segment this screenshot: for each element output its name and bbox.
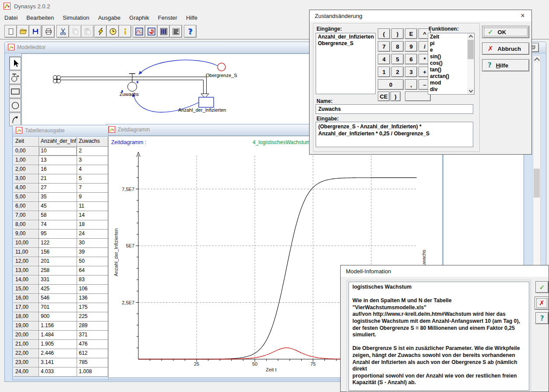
row-header-cell[interactable]: 13,00 bbox=[14, 266, 39, 275]
table-cell[interactable]: 13 bbox=[39, 156, 77, 165]
modellinfo-titlebar[interactable]: Modell-Infomation bbox=[341, 265, 549, 277]
calc-key-CE[interactable]: CE bbox=[378, 92, 390, 101]
table-cell[interactable]: 900 bbox=[39, 312, 77, 321]
table-cell[interactable]: 39 bbox=[77, 248, 108, 257]
table-cell[interactable]: 201 bbox=[39, 257, 77, 266]
tabelle-titlebar[interactable]: Tabellenausgabe bbox=[13, 125, 108, 137]
table-cell[interactable]: 122 bbox=[39, 239, 77, 248]
calc-key-4[interactable]: 4 bbox=[378, 54, 390, 64]
tool-flow-valve[interactable] bbox=[9, 71, 21, 84]
table-cell[interactable]: 21 bbox=[39, 174, 77, 184]
table-cell[interactable]: 1.905 bbox=[39, 340, 77, 349]
table-cell[interactable]: 4 bbox=[77, 165, 108, 174]
row-header-cell[interactable]: 8,00 bbox=[14, 220, 39, 230]
row-header-cell[interactable]: 21,00 bbox=[14, 340, 39, 349]
table-cell[interactable]: 27 bbox=[39, 184, 77, 193]
calc-key-E[interactable]: E bbox=[405, 28, 417, 39]
eingaenge-item[interactable]: Anzahl_der_Infizierten bbox=[316, 33, 375, 40]
scroll-thumb[interactable] bbox=[534, 169, 540, 198]
table-cell[interactable]: 24 bbox=[77, 230, 108, 239]
new-file-button[interactable] bbox=[4, 25, 17, 38]
calc-key-blank[interactable] bbox=[405, 92, 431, 101]
calc-key-9[interactable]: 9 bbox=[405, 41, 417, 52]
table-cell[interactable]: 10 bbox=[39, 147, 77, 156]
table-cell[interactable]: 546 bbox=[39, 294, 77, 303]
row-header-cell[interactable]: 24,00 bbox=[14, 367, 39, 377]
table-cell[interactable]: 156 bbox=[39, 248, 77, 257]
row-header-cell[interactable]: 16,00 bbox=[14, 294, 39, 303]
print-button[interactable] bbox=[42, 25, 55, 38]
calc-key-)[interactable]: ) bbox=[391, 92, 401, 101]
row-header-cell[interactable]: 6,00 bbox=[14, 202, 39, 211]
table-cell[interactable]: 2.446 bbox=[39, 349, 77, 358]
table-cell[interactable]: 371 bbox=[77, 331, 108, 340]
table-cell[interactable]: 7 bbox=[77, 184, 108, 193]
abbruch-button[interactable]: ✗ Abbruch bbox=[482, 42, 529, 55]
table-cell[interactable]: 5 bbox=[77, 174, 108, 184]
row-header-cell[interactable]: 10,00 bbox=[14, 239, 39, 248]
calc-key-([interactable]: ( bbox=[378, 28, 390, 39]
table-cell[interactable]: 701 bbox=[39, 303, 77, 312]
stock-anzahl[interactable] bbox=[199, 97, 214, 107]
calc-key-5[interactable]: 5 bbox=[391, 54, 404, 64]
row-header-cell[interactable]: 12,00 bbox=[14, 257, 39, 266]
menu-datei[interactable]: Datei bbox=[0, 12, 22, 24]
ok-button[interactable]: ✓ OK bbox=[482, 26, 529, 38]
table-cell[interactable]: 83 bbox=[77, 275, 108, 285]
row-header-cell[interactable]: 18,00 bbox=[14, 312, 39, 321]
column-header[interactable]: Zeit bbox=[14, 137, 39, 147]
table-cell[interactable]: 64 bbox=[77, 266, 108, 275]
scroll-thumb[interactable] bbox=[468, 40, 474, 59]
table-cell[interactable]: 785 bbox=[77, 358, 108, 367]
row-header-cell[interactable]: 7,00 bbox=[14, 211, 39, 220]
table-cell[interactable]: 331 bbox=[39, 275, 77, 285]
table-cell[interactable]: 225 bbox=[77, 312, 108, 321]
open-folder-button[interactable] bbox=[17, 25, 29, 38]
table-cell[interactable]: 175 bbox=[77, 303, 108, 312]
table-cell[interactable]: 3.141 bbox=[39, 358, 77, 367]
calc-key-6[interactable]: 6 bbox=[405, 54, 417, 64]
table-cell[interactable]: 9 bbox=[77, 193, 108, 202]
table-cell[interactable]: 2 bbox=[77, 147, 108, 156]
row-header-cell[interactable]: 14,00 bbox=[14, 275, 39, 285]
model-info-text[interactable]: logistisches Wachstum Wie in den Spalten… bbox=[348, 282, 529, 391]
table-cell[interactable]: 106 bbox=[77, 285, 108, 294]
eingabe-input[interactable]: (Obergrenze_S - Anzahl_der_Infizierten) … bbox=[316, 122, 473, 147]
menu-simulation[interactable]: Simulation bbox=[58, 12, 94, 24]
scroll-up-icon[interactable] bbox=[533, 56, 540, 63]
hilfe-button[interactable]: ? Hilfe bbox=[482, 59, 529, 71]
tool-stock-rect[interactable] bbox=[9, 85, 21, 98]
tool-select-arrow[interactable] bbox=[9, 57, 21, 70]
menu-hilfe[interactable]: Hilfe bbox=[182, 12, 202, 24]
eingaenge-item[interactable]: Obergrenze_S bbox=[316, 40, 375, 46]
row-header-cell[interactable]: 20,00 bbox=[14, 331, 39, 340]
row-header-cell[interactable]: 15,00 bbox=[14, 285, 39, 294]
table-cell[interactable]: 289 bbox=[77, 321, 108, 331]
row-header-cell[interactable]: 1,00 bbox=[14, 156, 39, 165]
row-header-cell[interactable]: 17,00 bbox=[14, 303, 39, 312]
tool-parameter-circle[interactable] bbox=[9, 99, 21, 112]
valve-zuwachs[interactable] bbox=[128, 74, 137, 92]
table-cell[interactable]: 58 bbox=[39, 211, 77, 220]
row-header-cell[interactable]: 22,00 bbox=[14, 349, 39, 358]
table-cell[interactable]: 74 bbox=[39, 220, 77, 230]
parameter-obergrenze[interactable] bbox=[218, 63, 225, 71]
text-output-button[interactable] bbox=[169, 25, 182, 38]
info-ok-button[interactable]: ✓ bbox=[535, 281, 549, 293]
menu-bearbeiten[interactable]: Bearbeiten bbox=[22, 12, 58, 24]
table-cell[interactable]: 1.156 bbox=[39, 321, 77, 331]
dialog-titlebar[interactable]: Zustandsänderung × bbox=[310, 10, 531, 21]
table-cell[interactable]: 1.484 bbox=[39, 331, 77, 340]
table-cell[interactable]: 476 bbox=[77, 340, 108, 349]
table-output-button[interactable] bbox=[157, 25, 170, 38]
calc-key-1[interactable]: 1 bbox=[378, 67, 390, 77]
eingaenge-listbox[interactable]: Anzahl_der_InfiziertenObergrenze_S bbox=[316, 33, 376, 94]
menu-fenster[interactable]: Fenster bbox=[154, 12, 182, 24]
table-cell[interactable]: 11 bbox=[77, 202, 108, 211]
calc-key-7[interactable]: 7 bbox=[378, 41, 390, 52]
table-cell[interactable]: 16 bbox=[39, 165, 77, 174]
source-cloud-icon[interactable] bbox=[53, 75, 60, 83]
table-cell[interactable]: 4.033 bbox=[39, 367, 77, 377]
funktionen-scrollbar[interactable] bbox=[467, 33, 474, 94]
row-header-cell[interactable]: 0,00 bbox=[14, 147, 39, 156]
